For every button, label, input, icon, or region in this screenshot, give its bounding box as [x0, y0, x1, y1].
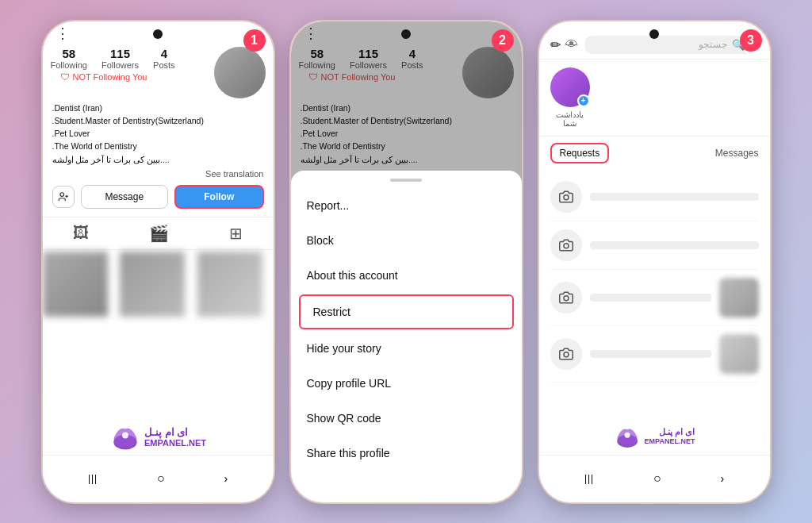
photo-cell-2	[120, 252, 185, 317]
story-add-item[interactable]: + یادداشت شما	[550, 67, 590, 128]
camera-item-label-2	[590, 241, 759, 249]
stat-following-1: 58 Following	[51, 47, 87, 70]
phone-3: ✏ 👁 🔍 جستجو + یادداشت شما	[538, 20, 772, 504]
story-add-label: یادداشت شما	[550, 110, 590, 128]
bottom-sheet-2: Report... Block About this account Restr…	[291, 171, 522, 502]
requests-badge[interactable]: Requests	[550, 143, 610, 163]
edit-icon[interactable]: ✏	[550, 37, 561, 52]
svg-point-10	[564, 194, 569, 199]
sheet-item-about[interactable]: About this account	[291, 258, 522, 293]
step-badge-3: 3	[740, 29, 762, 52]
message-button-1[interactable]: Message	[81, 185, 169, 209]
watermark-1: ای ام پنـل EMPANEL.NET	[109, 423, 206, 451]
watermark-3: ای ام پنـل EMPANEL.NET	[614, 425, 695, 448]
phone-1-camera	[153, 29, 163, 39]
phone-3-screen: ✏ 👁 🔍 جستجو + یادداشت شما	[539, 21, 770, 502]
action-buttons-1: Message Follow	[43, 180, 274, 213]
svg-point-11	[564, 243, 569, 248]
camera-item-label-3	[590, 294, 711, 302]
sheet-item-report[interactable]: Report...	[291, 188, 522, 223]
camera-item-4[interactable]	[550, 326, 759, 383]
nav-home-icon-3[interactable]: ○	[653, 471, 661, 486]
step-badge-2: 2	[492, 29, 514, 52]
svg-point-4	[122, 432, 128, 438]
photo-cell-3	[197, 252, 262, 317]
photo-thumbnail-4	[719, 334, 759, 374]
camera-item-3[interactable]	[550, 270, 759, 326]
phone-2-screen: ⋮ 58 Following 115 Followers	[291, 21, 522, 502]
tab-reels-icon-1[interactable]: 🎬	[149, 224, 169, 243]
camera-item-label-4	[590, 350, 711, 358]
watermark-logo-3	[614, 425, 642, 448]
tab-grid-icon-1[interactable]: ⊞	[229, 224, 243, 243]
stat-followers-1: 115 Followers	[102, 47, 139, 70]
bio-1: .Dentist (Iran) .Student.Master of Denti…	[43, 100, 274, 167]
hidden-icon[interactable]: 👁	[565, 37, 578, 52]
nav-home-icon-1[interactable]: ○	[157, 471, 165, 486]
svg-point-12	[564, 295, 569, 300]
stat-posts-1: 4 Posts	[153, 47, 175, 70]
sheet-handle-2	[390, 179, 422, 182]
camera-icon-1	[550, 181, 582, 213]
nav-back-icon-3[interactable]: ›	[720, 472, 724, 485]
phone-2-camera	[401, 29, 411, 39]
not-following-1: 🛡 NOT Following You	[51, 70, 208, 86]
photos-grid-1	[43, 252, 274, 317]
watermark-en-3: EMPANEL.NET	[645, 437, 695, 445]
camera-icon-3	[550, 282, 582, 313]
camera-item-1[interactable]	[550, 173, 759, 221]
sheet-item-share[interactable]: Share this profile	[291, 436, 522, 471]
phone-3-wrapper: ✏ 👁 🔍 جستجو + یادداشت شما	[538, 20, 772, 504]
profile-stats-1: 58 Following 115 Followers 4 Posts	[51, 47, 208, 70]
search-placeholder: جستجو	[699, 39, 727, 50]
menu-dots-1[interactable]: ⋮	[56, 25, 71, 42]
step-badge-1: 1	[243, 29, 266, 52]
search-bar[interactable]: 🔍 جستجو	[584, 36, 753, 54]
profile-avatar-1	[214, 47, 266, 98]
follow-button-1[interactable]: Follow	[174, 185, 264, 209]
photo-thumbnail-3	[719, 278, 759, 317]
requests-section: Requests Messages	[539, 137, 770, 170]
svg-point-15	[625, 432, 630, 437]
phone-1: ⋮ 58 Following 115 Followers	[41, 20, 275, 504]
watermark-fa-1: ای ام پنـل	[144, 426, 188, 438]
nav-lines-icon-1: |||	[88, 473, 98, 484]
svg-point-13	[564, 352, 569, 356]
tab-posts-icon-1[interactable]: 🖼	[73, 224, 89, 243]
sheet-item-restrict[interactable]: Restrict	[299, 294, 514, 329]
phone-1-wrapper: ⋮ 58 Following 115 Followers	[41, 20, 275, 504]
phone-2-wrapper: ⋮ 58 Following 115 Followers	[289, 20, 523, 504]
sheet-item-hide-story[interactable]: Hide your story	[291, 331, 522, 366]
phone-3-bottom-nav: ||| ○ ›	[539, 455, 770, 502]
camera-item-2[interactable]	[550, 221, 759, 270]
camera-item-label-1	[590, 193, 759, 201]
nav-lines-icon-3: |||	[584, 473, 594, 484]
camera-icon-4	[550, 338, 582, 370]
story-add-plus: +	[577, 94, 590, 107]
photo-cell-1	[43, 252, 108, 317]
watermark-fa-3: ای ام پنـل	[645, 427, 695, 437]
watermark-logo-1	[109, 423, 141, 451]
phone-1-bottom-nav: ||| ○ ›	[43, 455, 274, 502]
add-friend-button-1[interactable]	[52, 186, 75, 208]
profile-tabs-1: 🖼 🎬 ⊞	[43, 217, 274, 250]
svg-point-14	[617, 434, 638, 447]
story-row: + یادداشت شما	[539, 60, 770, 137]
nav-back-icon-1[interactable]: ›	[224, 472, 228, 485]
phone-3-camera	[649, 29, 659, 39]
see-translation-1[interactable]: See translation	[43, 167, 274, 180]
watermark-en-1: EMPANEL.NET	[144, 438, 206, 448]
sheet-item-block[interactable]: Block	[291, 223, 522, 258]
phone-2: ⋮ 58 Following 115 Followers	[289, 20, 523, 504]
sheet-item-copy-url[interactable]: Copy profile URL	[291, 366, 522, 401]
messages-section-label: Messages	[715, 148, 759, 159]
sheet-item-qr[interactable]: Show QR code	[291, 401, 522, 436]
svg-point-0	[59, 193, 63, 197]
svg-point-3	[113, 434, 136, 449]
camera-icon-2	[550, 229, 582, 261]
phone-1-screen: ⋮ 58 Following 115 Followers	[43, 21, 274, 502]
camera-list	[539, 170, 770, 386]
messages-header: ✏ 👁 🔍 جستجو	[539, 21, 770, 60]
